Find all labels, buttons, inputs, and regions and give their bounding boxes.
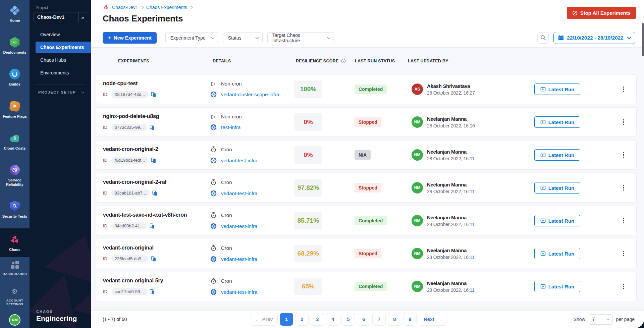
row-menu-kebab-icon[interactable] xyxy=(622,118,626,126)
page-number-button[interactable]: 7 xyxy=(372,313,386,326)
last-updated-by-cell: NM Neelanjan Manna 28 October 2022, 16:1… xyxy=(408,149,534,161)
chevron-down-icon xyxy=(211,36,214,39)
sidebar-item-chaos-hubs[interactable]: Chaos Hubs xyxy=(36,54,87,66)
infrastructure-icon xyxy=(210,124,217,130)
copy-icon[interactable] xyxy=(151,256,156,262)
sidebar-item-chaos-experiments[interactable]: Chaos Experiments xyxy=(36,42,91,53)
copy-icon[interactable] xyxy=(152,190,157,196)
show-label: Show xyxy=(574,317,585,322)
infrastructure-link[interactable]: vedant-cluster-scope-infra xyxy=(221,92,279,97)
latest-run-button[interactable]: Latest Run xyxy=(534,182,580,194)
page-number-button[interactable]: 5 xyxy=(341,313,355,326)
stop-all-experiments-button[interactable]: Stop All Experiments xyxy=(567,7,636,19)
rail-item-label: Feature Flags xyxy=(3,114,27,119)
page-number-button[interactable]: 9 xyxy=(403,313,417,326)
row-menu-kebab-icon[interactable] xyxy=(622,85,626,94)
rail-item-builds[interactable]: Builds xyxy=(0,66,30,89)
experiment-name[interactable]: vedant-cron-original xyxy=(103,245,210,251)
page-number-button[interactable]: 3 xyxy=(311,313,324,326)
target-infrastructure-filter[interactable]: Target Chaos Infrastructure xyxy=(267,32,334,43)
page-number-button[interactable]: 1 xyxy=(280,313,293,326)
copy-icon[interactable] xyxy=(151,92,156,97)
collapse-sidebar-icon[interactable]: » xyxy=(78,12,87,22)
project-setup-toggle[interactable]: PROJECT SETUP xyxy=(34,90,87,94)
date-range-picker[interactable]: 22/10/2022 - 28/10/2022 xyxy=(553,32,635,44)
experiment-name[interactable]: vedant-cron-original-5ry xyxy=(103,278,210,284)
project-selector[interactable]: Chaos-Dev1 » xyxy=(34,12,87,22)
col-last-updated-by: LAST UPDATED BY xyxy=(408,59,534,63)
avatar: NM xyxy=(412,215,423,226)
experiment-name[interactable]: vedant-test-save-nd-exit-v8h-cron xyxy=(103,212,210,218)
per-page-select[interactable]: 7 xyxy=(589,314,613,325)
copy-icon[interactable] xyxy=(150,223,155,229)
rail-item-home[interactable]: Home xyxy=(0,3,30,25)
infrastructure-link[interactable]: vedant-test-infra xyxy=(221,190,257,196)
info-icon[interactable] xyxy=(341,59,346,63)
avatar: NM xyxy=(412,248,423,259)
experiment-name[interactable]: vedant-cron-original-2-raf xyxy=(103,179,210,185)
id-label: ID: xyxy=(103,125,109,130)
experiment-name[interactable]: nginx-pod-delete-u8sg xyxy=(103,113,210,119)
latest-run-button[interactable]: Latest Run xyxy=(534,84,580,95)
rail-item-deployments[interactable]: ∞ Deployments xyxy=(0,35,30,57)
sidebar-item-environments[interactable]: Environments xyxy=(36,67,87,78)
rail-item-cloud-costs[interactable]: $ Cloud Costs xyxy=(0,130,30,153)
rail-item-service-reliability[interactable]: Service Reliability xyxy=(0,162,30,189)
copy-icon[interactable] xyxy=(151,158,156,163)
infrastructure-link[interactable]: vedant-test-infra xyxy=(221,158,257,163)
copy-icon[interactable] xyxy=(150,125,155,130)
page-number-button[interactable]: 4 xyxy=(326,313,339,326)
experiment-id: f0c187d4-43d... xyxy=(111,91,148,98)
rail-item-chaos[interactable]: Chaos xyxy=(0,228,30,257)
latest-run-button[interactable]: Latest Run xyxy=(534,281,580,292)
page-number-button[interactable]: 6 xyxy=(357,313,370,326)
breadcrumb-experiments-link[interactable]: Chaos Experiments xyxy=(146,5,187,10)
experiment-type-filter[interactable]: Experiment Type xyxy=(165,32,218,43)
experiment-name[interactable]: vedant-cron-original-2 xyxy=(103,146,210,152)
scrollbar[interactable] xyxy=(642,23,644,56)
experiment-type: Cron xyxy=(221,278,232,284)
prev-page-button[interactable]: ← Prev xyxy=(250,313,278,326)
row-menu-kebab-icon[interactable] xyxy=(622,250,626,258)
rail-item-label: Builds xyxy=(9,82,20,87)
infrastructure-link[interactable]: test-infra xyxy=(221,124,240,130)
rail-item-dashboards[interactable]: DASHBOARDS xyxy=(0,257,30,278)
next-page-button[interactable]: Next → xyxy=(419,313,446,326)
experiment-name[interactable]: node-cpu-test xyxy=(103,80,210,87)
details-cell: ▷ Cron xyxy=(210,212,294,229)
copy-icon[interactable] xyxy=(150,289,155,294)
page-number-button[interactable]: 2 xyxy=(295,313,309,326)
latest-run-button[interactable]: Latest Run xyxy=(534,215,580,226)
user-avatar[interactable]: NM xyxy=(10,315,20,325)
search-button[interactable] xyxy=(537,32,549,44)
updated-timestamp: 28 October 2022, 16:27 xyxy=(427,90,475,96)
cron-stopwatch-icon xyxy=(210,179,217,185)
status-filter[interactable]: Status xyxy=(223,32,263,43)
infrastructure-link[interactable]: vedant-test-infra xyxy=(221,256,257,262)
updated-timestamp: 28 October 2022, 16:11 xyxy=(427,156,475,161)
infrastructure-link[interactable]: vedant-test-infra xyxy=(221,223,257,229)
sidebar-item-overview[interactable]: Overview xyxy=(36,29,87,40)
details-cell: ▷ Cron xyxy=(210,278,294,295)
infrastructure-link[interactable]: vedant-test-infra xyxy=(221,289,257,295)
row-menu-kebab-icon[interactable] xyxy=(622,151,626,159)
user-name: Neelanjan Manna xyxy=(427,248,475,253)
non-cron-play-icon: ▷ xyxy=(210,114,217,119)
page-number-button[interactable]: 8 xyxy=(388,313,401,326)
latest-run-button[interactable]: Latest Run xyxy=(534,116,580,128)
rail-item-feature-flags[interactable]: ⚑ Feature Flags xyxy=(0,99,30,121)
status-badge: Stopped xyxy=(355,249,381,258)
row-menu-kebab-icon[interactable] xyxy=(622,217,626,225)
latest-run-button[interactable]: Latest Run xyxy=(534,248,580,259)
row-menu-kebab-icon[interactable] xyxy=(622,184,626,192)
breadcrumb-project-link[interactable]: Chaos-Dev1 xyxy=(112,5,138,10)
rail-item-security-tests[interactable]: Security Tests xyxy=(0,199,30,221)
new-experiment-button[interactable]: + New Experiment xyxy=(103,32,157,44)
row-menu-kebab-icon[interactable] xyxy=(622,282,626,291)
rail-item-account-settings[interactable]: ⚙ ACCOUNT SETTINGS xyxy=(0,284,30,308)
latest-run-button[interactable]: Latest Run xyxy=(534,149,580,161)
toolbar: + New Experiment Experiment Type Status … xyxy=(91,28,644,48)
experiment-cell: vedant-cron-original-5ry ID: cad17ed0-59… xyxy=(103,278,210,295)
dashboards-icon xyxy=(9,259,20,271)
cron-stopwatch-icon xyxy=(210,212,217,218)
